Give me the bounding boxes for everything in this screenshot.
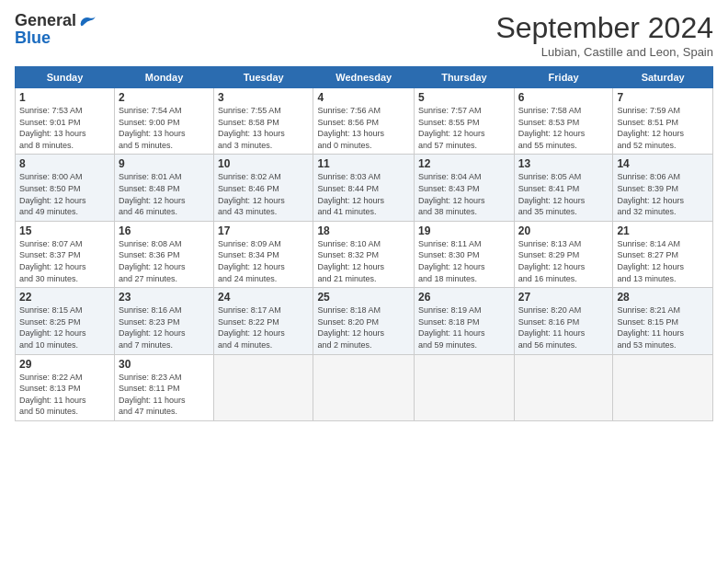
day-info-text: Daylight: 12 hours (317, 327, 410, 339)
day-info-text: Sunset: 8:34 PM (218, 249, 309, 261)
day-info-text: and 18 minutes. (418, 273, 510, 285)
day-info-text: Sunset: 8:39 PM (617, 183, 709, 195)
day-info-text: Sunrise: 8:05 AM (518, 171, 609, 183)
day-info-text: and 43 minutes. (218, 206, 309, 218)
day-number: 5 (418, 91, 510, 104)
logo-bird-icon (78, 15, 97, 28)
day-info-text: Daylight: 12 hours (418, 195, 510, 207)
day-info-text: Daylight: 12 hours (418, 128, 510, 140)
day-info-text: and 7 minutes. (119, 339, 210, 351)
table-row (313, 354, 415, 420)
table-row: 23Sunrise: 8:16 AMSunset: 8:23 PMDayligh… (114, 288, 213, 354)
table-row: 2Sunrise: 7:54 AMSunset: 9:00 PMDaylight… (114, 88, 213, 155)
day-info-text: Sunset: 8:43 PM (418, 183, 510, 195)
table-row: 24Sunrise: 8:17 AMSunset: 8:22 PMDayligh… (214, 288, 313, 354)
day-info-text: Daylight: 13 hours (119, 128, 210, 140)
day-info-text: and 30 minutes. (19, 273, 110, 285)
day-info-text: Sunrise: 7:57 AM (418, 105, 510, 117)
day-number: 28 (617, 291, 709, 304)
day-info-text: Daylight: 12 hours (119, 195, 210, 207)
day-info-text: Daylight: 12 hours (19, 195, 110, 207)
day-info-text: and 41 minutes. (317, 206, 410, 218)
table-row: 1Sunrise: 7:53 AMSunset: 9:01 PMDaylight… (16, 88, 115, 155)
day-info-text: Daylight: 12 hours (518, 261, 609, 273)
day-info-text: Sunset: 8:29 PM (518, 249, 609, 261)
table-row: 6Sunrise: 7:58 AMSunset: 8:53 PMDaylight… (514, 88, 613, 155)
day-number: 1 (19, 91, 110, 104)
table-row: 13Sunrise: 8:05 AMSunset: 8:41 PMDayligh… (514, 155, 613, 221)
day-info-text: Daylight: 12 hours (418, 261, 510, 273)
header-monday: Monday (114, 67, 213, 88)
day-info-text: Sunset: 8:46 PM (218, 183, 309, 195)
day-info-text: Daylight: 13 hours (317, 128, 410, 140)
day-info-text: and 32 minutes. (617, 206, 709, 218)
table-row (613, 354, 713, 420)
day-info-text: Daylight: 12 hours (218, 195, 309, 207)
day-info-text: and 57 minutes. (418, 140, 510, 152)
day-number: 10 (218, 157, 309, 170)
table-row: 8Sunrise: 8:00 AMSunset: 8:50 PMDaylight… (16, 155, 115, 221)
day-info-text: and 3 minutes. (218, 140, 309, 152)
table-row: 16Sunrise: 8:08 AMSunset: 8:36 PMDayligh… (114, 221, 213, 287)
day-info-text: Sunset: 8:37 PM (19, 249, 110, 261)
day-info-text: and 5 minutes. (119, 140, 210, 152)
day-info-text: and 47 minutes. (119, 406, 210, 418)
day-number: 7 (617, 91, 709, 104)
day-number: 18 (317, 224, 410, 237)
day-info-text: and 4 minutes. (218, 339, 309, 351)
day-info-text: Sunrise: 7:54 AM (119, 105, 210, 117)
calendar-week-row: 22Sunrise: 8:15 AMSunset: 8:25 PMDayligh… (16, 288, 713, 354)
table-row: 26Sunrise: 8:19 AMSunset: 8:18 PMDayligh… (415, 288, 515, 354)
day-info-text: Sunrise: 8:07 AM (19, 238, 110, 250)
table-row: 22Sunrise: 8:15 AMSunset: 8:25 PMDayligh… (16, 288, 115, 354)
day-number: 2 (119, 91, 210, 104)
day-info-text: Sunrise: 7:55 AM (218, 105, 309, 117)
day-info-text: Sunset: 9:00 PM (119, 117, 210, 129)
day-info-text: Daylight: 12 hours (617, 261, 709, 273)
day-number: 19 (418, 224, 510, 237)
day-info-text: Sunrise: 8:20 AM (518, 304, 609, 316)
day-info-text: Sunset: 8:13 PM (19, 383, 110, 395)
day-info-text: and 38 minutes. (418, 206, 510, 218)
day-info-text: and 53 minutes. (617, 339, 709, 351)
day-info-text: and 49 minutes. (19, 206, 110, 218)
day-info-text: Sunrise: 8:09 AM (218, 238, 309, 250)
table-row: 9Sunrise: 8:01 AMSunset: 8:48 PMDaylight… (114, 155, 213, 221)
day-info-text: Sunrise: 8:17 AM (218, 304, 309, 316)
day-info-text: and 59 minutes. (418, 339, 510, 351)
day-info-text: and 50 minutes. (19, 406, 110, 418)
day-info-text: and 16 minutes. (518, 273, 609, 285)
table-row: 5Sunrise: 7:57 AMSunset: 8:55 PMDaylight… (415, 88, 515, 155)
day-info-text: Sunset: 8:44 PM (317, 183, 410, 195)
header-sunday: Sunday (16, 67, 115, 88)
day-info-text: Daylight: 12 hours (518, 195, 609, 207)
day-info-text: Sunset: 8:30 PM (418, 249, 510, 261)
table-row: 28Sunrise: 8:21 AMSunset: 8:15 PMDayligh… (613, 288, 713, 354)
calendar-week-row: 8Sunrise: 8:00 AMSunset: 8:50 PMDaylight… (16, 155, 713, 221)
title-block: September 2024 Lubian, Castille and Leon… (495, 11, 713, 59)
calendar-week-row: 1Sunrise: 7:53 AMSunset: 9:01 PMDaylight… (16, 88, 713, 155)
day-info-text: Sunrise: 8:10 AM (317, 238, 410, 250)
day-info-text: and 10 minutes. (19, 339, 110, 351)
day-info-text: Sunrise: 8:16 AM (119, 304, 210, 316)
calendar-week-row: 29Sunrise: 8:22 AMSunset: 8:13 PMDayligh… (16, 354, 713, 420)
day-info-text: and 56 minutes. (518, 339, 609, 351)
day-info-text: Sunset: 8:20 PM (317, 316, 410, 328)
day-info-text: Sunset: 9:01 PM (19, 117, 110, 129)
table-row (514, 354, 613, 420)
day-info-text: Sunrise: 8:00 AM (19, 171, 110, 183)
day-info-text: Sunset: 8:56 PM (317, 117, 410, 129)
logo-blue: Blue (15, 29, 51, 48)
day-info-text: and 52 minutes. (617, 140, 709, 152)
day-info-text: Sunset: 8:41 PM (518, 183, 609, 195)
day-number: 30 (119, 358, 210, 371)
day-info-text: Sunrise: 8:11 AM (418, 238, 510, 250)
day-number: 23 (119, 291, 210, 304)
header-saturday: Saturday (613, 67, 713, 88)
table-row: 12Sunrise: 8:04 AMSunset: 8:43 PMDayligh… (415, 155, 515, 221)
day-info-text: Sunrise: 7:56 AM (317, 105, 410, 117)
day-info-text: Daylight: 12 hours (218, 261, 309, 273)
day-number: 24 (218, 291, 309, 304)
day-info-text: Daylight: 12 hours (617, 128, 709, 140)
header-thursday: Thursday (415, 67, 515, 88)
